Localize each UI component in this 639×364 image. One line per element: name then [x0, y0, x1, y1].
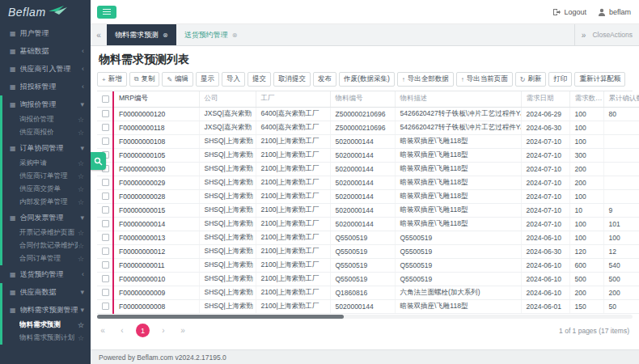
- table-row[interactable]: F00000000009SHSQ|上海索勤2100|上海索勤工厂Q1860816…: [97, 286, 639, 299]
- scrollbar-thumb[interactable]: [97, 315, 344, 319]
- column-header-5[interactable]: 需求日期: [521, 91, 569, 107]
- logout-button[interactable]: Logout: [552, 8, 586, 16]
- sidebar-item-16[interactable]: ▦送货预约管理‹: [0, 265, 91, 283]
- row-checkbox[interactable]: [102, 248, 109, 255]
- tab-close-icon[interactable]: ⊗: [163, 32, 168, 39]
- collapse-tabs-icon[interactable]: «: [91, 24, 107, 45]
- favorite-star-icon[interactable]: ☆: [78, 255, 84, 263]
- table-row[interactable]: F00000000030SHSQ|上海索勤2100|上海索勤工厂50200001…: [97, 162, 639, 176]
- toolbar-button-1[interactable]: ⧉复制: [129, 72, 160, 87]
- sidebar-item-12[interactable]: ▦合同发票管理▾: [0, 209, 91, 226]
- sidebar-item-15[interactable]: 合同订单管理☆: [0, 252, 91, 265]
- favorite-star-icon[interactable]: ☆: [78, 198, 84, 206]
- toolbar-button-6[interactable]: 取消提交: [273, 72, 311, 87]
- sidebar-item-11[interactable]: 内部发货单管理☆: [0, 196, 91, 209]
- sidebar-item-0[interactable]: ▦用户管理: [0, 24, 91, 42]
- table-row[interactable]: F00000000010SHSQ|上海索勤2100|上海索勤工厂Q5500519…: [97, 272, 639, 286]
- horizontal-scrollbar[interactable]: [97, 315, 633, 319]
- sidebar-item-2[interactable]: ▦供应商引入管理‹: [0, 60, 91, 78]
- toolbar-button-10[interactable]: ↑导出当前页面: [456, 72, 513, 87]
- row-checkbox[interactable]: [102, 124, 109, 131]
- toolbar-button-12[interactable]: 打印: [548, 72, 572, 87]
- sidebar-item-7[interactable]: ▦订单协同管理▾: [0, 139, 91, 157]
- column-header-7[interactable]: 累计确认数…: [603, 91, 639, 107]
- column-header-3[interactable]: 物料编号: [330, 91, 395, 107]
- row-checkbox[interactable]: [102, 289, 109, 296]
- sidebar-item-14[interactable]: 合同付款记录维护页面☆: [0, 239, 91, 252]
- toolbar-button-5[interactable]: 提交: [248, 72, 271, 87]
- row-checkbox[interactable]: [102, 234, 109, 241]
- first-page-button[interactable]: «: [97, 326, 108, 335]
- sidebar-item-19[interactable]: 物料需求预测☆: [0, 319, 91, 332]
- toolbar-button-3[interactable]: 显示: [196, 72, 219, 87]
- sidebar-item-4[interactable]: ▦询报价管理▾: [0, 95, 91, 113]
- close-actions-button[interactable]: CloseActions: [592, 31, 633, 39]
- favorite-star-icon[interactable]: ☆: [78, 129, 84, 137]
- table-row[interactable]: F00000000105SHSQ|上海索勤2100|上海索勤工厂50200001…: [97, 148, 639, 162]
- table-row[interactable]: F00000000008SHSQ|上海索勤2100|上海索勤工厂50200001…: [97, 299, 639, 313]
- column-header-0[interactable]: MRP编号: [113, 91, 199, 107]
- favorite-star-icon[interactable]: ☆: [78, 242, 84, 250]
- row-checkbox[interactable]: [102, 275, 109, 282]
- sidebar-item-18[interactable]: ▦物料需求预测管理▾: [0, 301, 91, 319]
- table-row[interactable]: F00000000118JXSQ|嘉兴索勤6400|嘉兴索勤工厂Z5000002…: [97, 121, 639, 134]
- tab-close-icon[interactable]: ⊗: [232, 32, 238, 39]
- row-checkbox[interactable]: [102, 261, 109, 269]
- search-panel-handle[interactable]: [91, 152, 106, 170]
- tab-1[interactable]: 送货预约管理⊗: [176, 24, 246, 45]
- toolbar-button-0[interactable]: +新增: [97, 72, 127, 87]
- table-row[interactable]: F00000000120JXSQ|嘉兴索勤6400|嘉兴索勤工厂Z5000002…: [97, 107, 639, 121]
- favorite-star-icon[interactable]: ☆: [78, 185, 84, 193]
- table-row[interactable]: F00000000012SHSQ|上海索勤2100|上海索勤工厂Q5500519…: [97, 244, 639, 258]
- favorite-star-icon[interactable]: ☆: [78, 116, 84, 124]
- prev-page-button[interactable]: ‹: [116, 326, 128, 335]
- column-header-2[interactable]: 工厂: [256, 91, 330, 107]
- table-row[interactable]: F00000000015SHSQ|上海索勤2100|上海索勤工厂50200001…: [97, 203, 639, 217]
- sidebar-item-5[interactable]: 询报价管理☆: [0, 113, 91, 126]
- menu-toggle-button[interactable]: [97, 6, 116, 19]
- favorite-star-icon[interactable]: ☆: [78, 159, 84, 167]
- current-page-indicator[interactable]: 1: [136, 324, 150, 337]
- row-checkbox[interactable]: [102, 193, 109, 200]
- table-row[interactable]: F00000000013SHSQ|上海索勤2100|上海索勤工厂Q5500519…: [97, 231, 639, 244]
- row-checkbox[interactable]: [102, 220, 109, 227]
- next-page-button[interactable]: ›: [158, 326, 169, 335]
- sidebar-item-1[interactable]: ▦基础数据‹: [0, 42, 91, 60]
- favorite-star-icon[interactable]: ☆: [78, 172, 84, 180]
- table-row[interactable]: F00000000108SHSQ|上海索勤2100|上海索勤工厂50200001…: [97, 134, 639, 148]
- expand-tabs-icon[interactable]: »: [582, 31, 586, 40]
- toolbar-button-11[interactable]: ↻刷新: [515, 72, 547, 87]
- row-checkbox[interactable]: [102, 138, 109, 145]
- sidebar-item-20[interactable]: 物料需求预测计划☆: [0, 332, 91, 345]
- table-row[interactable]: F00000000028SHSQ|上海索勤2100|上海索勤工厂50200001…: [97, 189, 639, 203]
- toolbar-button-7[interactable]: 发布: [313, 72, 336, 87]
- sidebar-item-10[interactable]: 供应商交货单☆: [0, 183, 91, 196]
- sidebar-item-3[interactable]: ▦招投标管理‹: [0, 78, 91, 95]
- toolbar-button-2[interactable]: ✎编辑: [162, 72, 193, 87]
- favorite-star-icon[interactable]: ☆: [78, 321, 84, 329]
- toolbar-button-4[interactable]: 导入: [222, 72, 245, 87]
- row-checkbox[interactable]: [102, 179, 109, 186]
- logo[interactable]: Beflam: [0, 0, 91, 24]
- row-checkbox[interactable]: [102, 206, 109, 214]
- favorite-star-icon[interactable]: ☆: [78, 229, 84, 237]
- row-checkbox[interactable]: [102, 110, 109, 117]
- select-all-checkbox[interactable]: [102, 95, 109, 103]
- table-row[interactable]: F00000000014SHSQ|上海索勤2100|上海索勤工厂50200001…: [97, 217, 639, 231]
- row-checkbox[interactable]: [102, 303, 109, 310]
- user-menu[interactable]: beflam: [598, 8, 631, 16]
- sidebar-item-8[interactable]: 采购申请☆: [0, 157, 91, 170]
- sidebar-item-9[interactable]: 供应商订单管理☆: [0, 170, 91, 183]
- sidebar-item-13[interactable]: 开票记录维护页面☆: [0, 226, 91, 239]
- column-header-4[interactable]: 物料描述: [395, 91, 521, 107]
- column-header-6[interactable]: 需求数…: [569, 91, 603, 107]
- column-header-1[interactable]: 公司: [199, 91, 256, 107]
- last-page-button[interactable]: »: [177, 326, 188, 335]
- toolbar-button-8[interactable]: 作废(数据采集): [339, 72, 395, 87]
- favorite-star-icon[interactable]: ☆: [78, 334, 84, 342]
- toolbar-button-13[interactable]: 重新计算配额: [574, 72, 625, 87]
- sidebar-item-6[interactable]: 供应商报价☆: [0, 126, 91, 139]
- toolbar-button-9[interactable]: ↑导出全部数据: [397, 72, 454, 87]
- table-row[interactable]: F00000000011SHSQ|上海索勤2100|上海索勤工厂Q5500519…: [97, 258, 639, 272]
- sidebar-item-17[interactable]: ▦供应商数据▾: [0, 283, 91, 301]
